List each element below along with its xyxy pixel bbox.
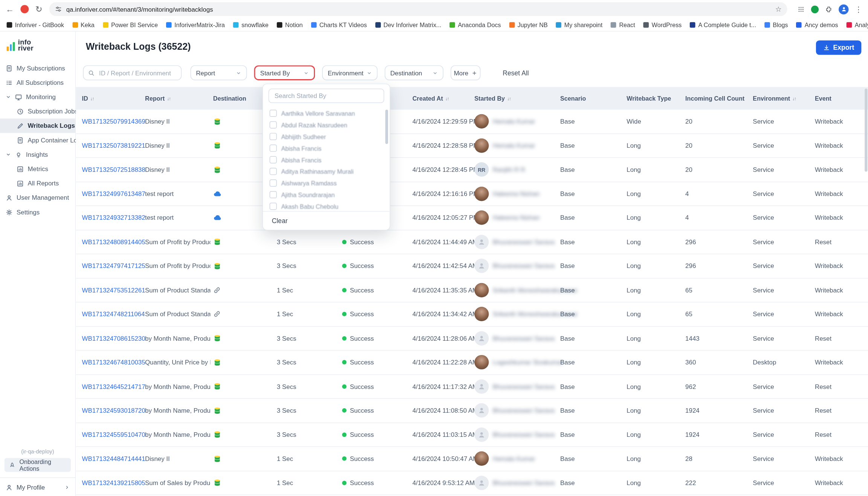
filter-started-by-dropdown[interactable]: Started By [254,65,315,80]
sidebar-item-metrics[interactable]: Metrics [0,162,75,176]
site-info-icon[interactable] [55,6,62,13]
row-id-link[interactable]: WB171325072518838 [82,166,145,173]
sidebar-item-subscription-jobs[interactable]: Subscription Jobs [0,104,75,118]
bookmark-anaconda-docs[interactable]: Anaconda Docs [449,21,501,28]
inforiver-logo[interactable]: info river [0,32,75,52]
checkbox[interactable] [270,179,277,187]
checkbox[interactable] [270,145,277,152]
sort-icon[interactable]: ↓↑ [90,95,94,101]
checkbox[interactable] [270,110,277,117]
sidebar-item-all-reports[interactable]: All Reports [0,176,75,190]
filter-destination-dropdown[interactable]: Destination [385,65,443,80]
row-id-link[interactable]: WB171324593018720 [82,407,145,414]
bookmark-notion[interactable]: Notion [277,21,303,28]
panel-scrollbar[interactable] [385,110,388,144]
sort-icon[interactable]: ↓↑ [792,95,796,101]
sidebar-item-my-profile[interactable]: My Profile [0,478,75,496]
browser-menu-icon[interactable]: ⋮ [855,5,863,14]
reload-icon[interactable]: ↻ [35,5,42,13]
sidebar-item-all-subscriptions[interactable]: All Subscriptions [0,75,75,90]
row-id-link[interactable]: WB171324753512261 [82,287,145,294]
bookmark-a-complete-guide-t[interactable]: A Complete Guide t... [690,21,756,28]
started-by-option[interactable]: Abisha Francis [263,142,390,154]
started-by-option[interactable]: Aarthika Vellore Saravanan [263,107,390,119]
bookmark-dev-inforiver-matrix[interactable]: Dev Inforiver Matrix... [375,21,442,28]
started-by-option[interactable]: Abisha Francis [263,154,390,165]
bookmark-charts-kt-videos[interactable]: Charts KT Videos [311,21,367,28]
browser-profile-avatar[interactable] [839,4,848,14]
extensions-puzzle-icon[interactable] [825,5,833,13]
filter-environment-dropdown[interactable]: Environment [322,65,377,80]
bookmark-analytics-blogs[interactable]: Analytics+ Blogs [847,21,868,28]
row-id-link[interactable]: WB171324797417125 [82,263,145,269]
back-icon[interactable]: ← [6,5,14,13]
bookmark-inforiver-gitbook[interactable]: Inforiver - GitBook [7,21,64,28]
clear-button[interactable]: Clear [272,217,287,225]
bookmark-inforivermatrix-jira[interactable]: InforiverMatrix-Jira [166,21,225,28]
row-id-link[interactable]: WB171324932713382 [82,214,145,221]
extensions-grid-icon[interactable] [797,5,805,13]
started-by-option[interactable]: Aditya Rathinasamy Murali [263,165,390,177]
sidebar-item-settings[interactable]: Settings [0,205,75,219]
sort-icon[interactable]: ↓↑ [167,95,171,101]
checkbox[interactable] [270,156,277,163]
started-by-option[interactable]: Abdul Razak Nasrudeen [263,119,390,131]
chevron-down-icon[interactable] [6,152,11,158]
panel-search-input[interactable] [274,92,379,100]
bookmark-snowflake[interactable]: snowflake [233,21,269,28]
filter-more-button[interactable]: More [451,65,480,80]
grammarly-extension-icon[interactable] [811,5,819,13]
column-header-created-at[interactable]: Created At↓↑ [413,87,449,110]
chevron-down-icon[interactable] [6,94,11,100]
export-button[interactable]: Export [816,40,862,55]
bookmark-jupyter-nb[interactable]: Jupyter NB [509,21,548,28]
sidebar-item-insights[interactable]: Insights [0,147,75,162]
checkbox[interactable] [270,168,277,175]
checkbox[interactable] [270,191,277,198]
sidebar-item-onboarding-actions[interactable]: Onboarding Actions [5,458,71,472]
row-id-link[interactable]: WB171324139215805 [82,479,145,486]
row-id-link[interactable]: WB171324997613487 [82,190,145,197]
row-id-link[interactable]: WB171325079914369 [82,118,145,125]
address-bar[interactable]: qa.inforiver.com/#/tenant/3/monitoring/w… [49,2,787,16]
bookmark-wordpress[interactable]: WordPress [643,21,682,28]
sidebar-item-app-container-logs[interactable]: App Container Logs [0,133,75,147]
reset-all-button[interactable]: Reset All [503,69,529,77]
row-id-link[interactable]: WB171324484714441 [82,455,145,462]
row-id-link[interactable]: WB171324708615230 [82,335,145,342]
column-header-started-by[interactable]: Started By↓↑ [474,87,510,110]
bookmark-blogs[interactable]: Blogs [764,21,788,28]
row-id-link[interactable]: WB171324748211064 [82,311,145,318]
checkbox[interactable] [270,133,277,140]
column-header-environment[interactable]: Environment↓↑ [753,87,796,110]
started-by-option[interactable]: Ajitha Soundrarajan [263,189,390,201]
checkbox[interactable] [270,203,277,210]
sidebar-item-user-management[interactable]: User Management [0,190,75,205]
row-id-link[interactable]: WB171324674810035 [82,359,145,366]
sidebar-item-my-subscriptions[interactable]: My Subscriptions [0,61,75,75]
panel-search-box[interactable] [269,89,384,103]
filter-report-dropdown[interactable]: Report [190,65,247,80]
sort-icon[interactable]: ↓↑ [507,95,511,101]
row-id-link[interactable]: WB171325073819221 [82,142,145,149]
search-box[interactable] [83,65,182,80]
row-id-link[interactable]: WB171324645214717 [82,383,145,390]
recording-dot-icon[interactable] [20,5,29,13]
bookmark-star-icon[interactable]: ☆ [775,5,782,13]
bookmark-power-bi-service[interactable]: Power BI Service [103,21,158,28]
bookmark-keka[interactable]: Keka [72,21,95,28]
search-input[interactable] [98,69,177,77]
row-id-link[interactable]: WB171324808914405 [82,239,145,245]
started-by-option[interactable]: Abhijith Sudheer [263,131,390,142]
started-by-option[interactable]: Akash Babu Chebolu [263,201,390,212]
bookmark-my-sharepoint[interactable]: My sharepoint [556,21,603,28]
column-header-id[interactable]: ID↓↑ [82,87,94,110]
column-header-report[interactable]: Report↓↑ [145,87,210,110]
sidebar-item-writeback-logs[interactable]: Writeback Logs [0,118,75,133]
sidebar-item-monitoring[interactable]: Monitoring [0,90,75,104]
bookmark-ancy-demos[interactable]: Ancy demos [796,21,838,28]
row-id-link[interactable]: WB171324559510470 [82,431,145,438]
started-by-option[interactable]: Aishwarya Ramdass [263,177,390,189]
checkbox[interactable] [270,121,277,129]
sort-icon[interactable]: ↓↑ [445,95,449,101]
